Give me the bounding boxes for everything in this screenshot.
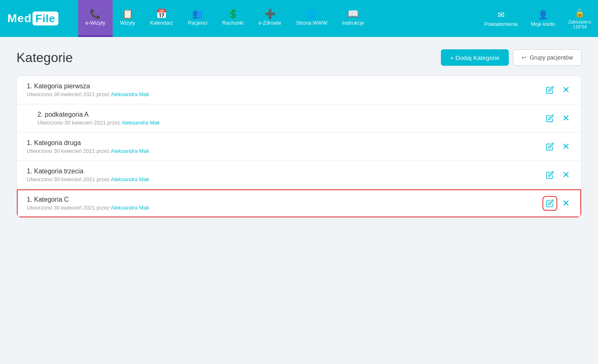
nav-moje-konto[interactable]: 👤 Moje konto <box>524 0 562 37</box>
navbar: MedFile 📞 e-Wizyty 📋 Wizyty 📅 Kalendarz … <box>0 0 598 37</box>
mail-icon: ✉ <box>498 10 505 20</box>
x-icon: ✕ <box>562 114 570 123</box>
x-icon: ✕ <box>562 170 570 180</box>
logo-file: File <box>32 12 58 25</box>
category-actions: ✕ <box>544 169 571 181</box>
pencil-icon <box>546 114 554 122</box>
logo-med: Med <box>7 12 32 25</box>
delete-button[interactable]: ✕ <box>561 112 571 124</box>
category-name: 1. Kategoria trzecia <box>27 168 544 175</box>
category-meta: Utworzono 30 kwiecień 2021 przez Aleksan… <box>27 205 544 211</box>
category-meta: Utworzono 30 kwiecień 2021 przez Aleksan… <box>27 91 544 97</box>
category-meta: Utworzono 30 kwiecień 2021 przez Aleksan… <box>27 148 544 154</box>
category-info: 1. Kategoria C Utworzono 30 kwiecień 202… <box>27 196 544 211</box>
dollar-icon: 💲 <box>227 9 239 18</box>
delete-button[interactable]: ✕ <box>561 169 571 181</box>
logo-text: MedFile <box>7 12 58 25</box>
pencil-icon <box>546 143 554 151</box>
page-title: Kategorie <box>16 50 73 65</box>
category-name: 1. Kategoria druga <box>27 139 544 147</box>
category-name: 1. Kategoria C <box>27 196 544 203</box>
category-list: 1. Kategoria pierwsza Utworzono 30 kwiec… <box>16 76 582 218</box>
nav-item-instrukcje[interactable]: 📖 Instrukcje <box>335 0 372 37</box>
edit-button[interactable] <box>544 169 556 181</box>
edit-button[interactable] <box>544 141 556 152</box>
pencil-icon <box>546 86 554 94</box>
book-icon: 📖 <box>348 9 359 18</box>
author-link[interactable]: Aleksandra Mak <box>111 91 149 97</box>
category-info: 1. Kategoria pierwsza Utworzono 30 kwiec… <box>27 83 544 97</box>
edit-button[interactable] <box>544 113 556 124</box>
page-header: Kategorie + Dodaj Kategorie ↩ Grupy pacj… <box>16 49 582 66</box>
nav-item-pacjenci[interactable]: 👥 Pacjenci <box>181 0 215 37</box>
patient-groups-button[interactable]: ↩ Grupy pacjentów <box>513 49 582 66</box>
nav-item-wizyty[interactable]: 📋 Wizyty <box>113 0 143 37</box>
globe-icon: 🌐 <box>306 9 317 18</box>
edit-button[interactable] <box>544 84 556 96</box>
clipboard-icon: 📋 <box>122 9 133 18</box>
lock-icon: 🔒 <box>575 8 585 18</box>
nav-zabezpiecz[interactable]: 🔒 Zabezpiecz119:54 <box>562 0 598 37</box>
health-icon: ➕ <box>264 9 276 18</box>
category-info: 2. podkategoria A Utworzono 30 kwiecień … <box>37 111 544 126</box>
author-link[interactable]: Aleksandra Mak <box>111 176 149 182</box>
nav-item-rachunki[interactable]: 💲 Rachunki <box>215 0 251 37</box>
category-info: 1. Kategoria druga Utworzono 30 kwiecień… <box>27 139 544 154</box>
add-category-button[interactable]: + Dodaj Kategorie <box>441 49 509 66</box>
category-actions: ✕ <box>544 197 571 210</box>
category-actions: ✕ <box>544 112 571 124</box>
nav-powiadomienia[interactable]: ✉ Powiadomienia <box>478 0 524 37</box>
author-link[interactable]: Aleksandra Mak <box>122 120 160 126</box>
table-row: 2. podkategoria A Utworzono 30 kwiecień … <box>17 104 581 133</box>
category-info: 1. Kategoria trzecia Utworzono 30 kwieci… <box>27 168 544 182</box>
nav-item-ezdrowie[interactable]: ➕ e-Zdrowie <box>251 0 289 37</box>
edit-button[interactable] <box>544 198 556 209</box>
category-name: 1. Kategoria pierwsza <box>27 83 544 90</box>
header-buttons: + Dodaj Kategorie ↩ Grupy pacjentów <box>441 49 582 66</box>
table-row: 1. Kategoria druga Utworzono 30 kwiecień… <box>17 133 581 161</box>
user-icon: 👤 <box>538 10 548 20</box>
author-link[interactable]: Aleksandra Mak <box>111 205 149 211</box>
nav-right: ✉ Powiadomienia 👤 Moje konto 🔒 Zabezpiec… <box>478 0 598 37</box>
x-icon: ✕ <box>562 142 570 151</box>
x-icon: ✕ <box>562 199 570 208</box>
delete-button[interactable]: ✕ <box>561 197 571 210</box>
pencil-icon <box>546 171 554 179</box>
nav-item-strona-www[interactable]: 🌐 Strona WWW <box>289 0 335 37</box>
groups-icon: ↩ <box>522 54 527 61</box>
people-icon: 👥 <box>192 9 203 18</box>
delete-button[interactable]: ✕ <box>561 84 571 96</box>
author-link[interactable]: Aleksandra Mak <box>111 148 149 154</box>
category-actions: ✕ <box>544 141 571 153</box>
logo[interactable]: MedFile <box>0 0 78 37</box>
table-row: 1. Kategoria pierwsza Utworzono 30 kwiec… <box>17 76 581 104</box>
nav-item-ewizyty[interactable]: 📞 e-Wizyty <box>78 0 113 37</box>
delete-button[interactable]: ✕ <box>561 141 571 153</box>
calendar-icon: 📅 <box>156 9 167 18</box>
category-actions: ✕ <box>544 84 571 96</box>
category-meta: Utworzono 30 kwiecień 2021 przez Aleksan… <box>37 120 544 126</box>
category-meta: Utworzono 30 kwiecień 2021 przez Aleksan… <box>27 176 544 182</box>
phone-icon: 📞 <box>90 9 101 18</box>
pencil-icon <box>546 199 554 207</box>
nav-item-kalendarz[interactable]: 📅 Kalendarz <box>143 0 181 37</box>
nav-items: 📞 e-Wizyty 📋 Wizyty 📅 Kalendarz 👥 Pacjen… <box>78 0 478 37</box>
category-name: 2. podkategoria A <box>37 111 544 118</box>
main-content: Kategorie + Dodaj Kategorie ↩ Grupy pacj… <box>0 37 598 230</box>
x-icon: ✕ <box>562 85 570 94</box>
table-row: 1. Kategoria trzecia Utworzono 30 kwieci… <box>17 161 581 189</box>
table-row: 1. Kategoria C Utworzono 30 kwiecień 202… <box>17 189 581 217</box>
